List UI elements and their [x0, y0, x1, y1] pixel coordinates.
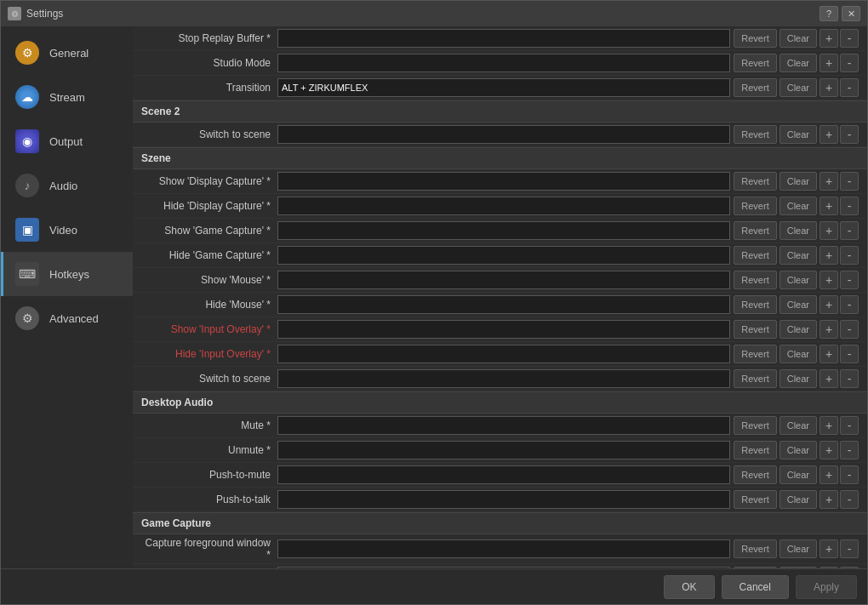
hotkey-input[interactable]	[277, 369, 730, 388]
remove-hotkey-button[interactable]: -	[840, 465, 859, 484]
add-hotkey-button[interactable]: +	[819, 320, 838, 339]
hotkey-input[interactable]	[277, 416, 730, 435]
remove-hotkey-button[interactable]: -	[840, 29, 859, 48]
revert-button[interactable]: Revert	[734, 345, 776, 363]
remove-hotkey-button[interactable]: -	[840, 197, 859, 215]
add-hotkey-button[interactable]: +	[819, 345, 838, 363]
revert-button[interactable]: Revert	[734, 54, 776, 72]
remove-hotkey-button[interactable]: -	[840, 441, 859, 459]
hotkey-input[interactable]	[277, 320, 730, 339]
add-hotkey-button[interactable]: +	[819, 416, 838, 435]
clear-button[interactable]: Clear	[779, 54, 817, 72]
remove-hotkey-button[interactable]: -	[840, 78, 859, 97]
clear-button[interactable]: Clear	[779, 197, 817, 215]
revert-button[interactable]: Revert	[734, 295, 776, 314]
add-hotkey-button[interactable]: +	[819, 246, 838, 265]
remove-hotkey-button[interactable]: -	[840, 125, 859, 144]
clear-button[interactable]: Clear	[779, 125, 817, 144]
hotkey-input[interactable]	[277, 29, 730, 48]
clear-button[interactable]: Clear	[779, 78, 817, 97]
hotkey-input[interactable]	[277, 295, 730, 314]
hotkeys-scroll-area[interactable]: Stop Replay Buffer * Revert Clear + - St…	[133, 26, 867, 568]
add-hotkey-button[interactable]: +	[819, 78, 838, 97]
revert-button[interactable]: Revert	[734, 78, 776, 97]
add-hotkey-button[interactable]: +	[819, 29, 838, 48]
cancel-button[interactable]: Cancel	[722, 575, 789, 599]
revert-button[interactable]: Revert	[734, 369, 776, 388]
revert-button[interactable]: Revert	[734, 197, 776, 215]
hotkey-input[interactable]	[277, 197, 730, 215]
remove-hotkey-button[interactable]: -	[840, 246, 859, 265]
hotkey-input[interactable]	[277, 221, 730, 240]
clear-button[interactable]: Clear	[779, 490, 817, 509]
remove-hotkey-button[interactable]: -	[840, 539, 859, 558]
remove-hotkey-button[interactable]: -	[840, 369, 859, 388]
clear-button[interactable]: Clear	[779, 295, 817, 314]
remove-hotkey-button[interactable]: -	[840, 295, 859, 314]
revert-button[interactable]: Revert	[734, 539, 776, 558]
add-hotkey-button[interactable]: +	[819, 54, 838, 72]
clear-button[interactable]: Clear	[779, 539, 817, 558]
hotkey-input[interactable]	[277, 54, 730, 72]
hotkey-input[interactable]	[277, 345, 730, 363]
clear-button[interactable]: Clear	[779, 271, 817, 289]
revert-button[interactable]: Revert	[734, 271, 776, 289]
remove-hotkey-button[interactable]: -	[840, 221, 859, 240]
hotkey-input[interactable]	[277, 441, 730, 459]
revert-button[interactable]: Revert	[734, 125, 776, 144]
revert-button[interactable]: Revert	[734, 246, 776, 265]
remove-hotkey-button[interactable]: -	[840, 54, 859, 72]
sidebar-item-video[interactable]: ▣Video	[1, 208, 133, 252]
remove-hotkey-button[interactable]: -	[840, 345, 859, 363]
clear-button[interactable]: Clear	[779, 221, 817, 240]
hotkey-input[interactable]	[277, 125, 730, 144]
revert-button[interactable]: Revert	[734, 490, 776, 509]
clear-button[interactable]: Clear	[779, 320, 817, 339]
close-button[interactable]: ✕	[842, 6, 860, 21]
sidebar-item-stream[interactable]: ☁Stream	[1, 75, 133, 119]
revert-button[interactable]: Revert	[734, 441, 776, 459]
revert-button[interactable]: Revert	[734, 320, 776, 339]
add-hotkey-button[interactable]: +	[819, 125, 838, 144]
apply-button[interactable]: Apply	[796, 575, 857, 599]
add-hotkey-button[interactable]: +	[819, 197, 838, 215]
sidebar-item-general[interactable]: ⚙General	[1, 31, 133, 75]
hotkey-input[interactable]	[277, 78, 730, 97]
add-hotkey-button[interactable]: +	[819, 295, 838, 314]
add-hotkey-button[interactable]: +	[819, 490, 838, 509]
ok-button[interactable]: OK	[664, 575, 714, 599]
revert-button[interactable]: Revert	[734, 29, 776, 48]
add-hotkey-button[interactable]: +	[819, 172, 838, 191]
sidebar-item-audio[interactable]: ♪Audio	[1, 163, 133, 208]
hotkey-input[interactable]	[277, 490, 730, 509]
clear-button[interactable]: Clear	[779, 345, 817, 363]
add-hotkey-button[interactable]: +	[819, 369, 838, 388]
revert-button[interactable]: Revert	[734, 221, 776, 240]
clear-button[interactable]: Clear	[779, 246, 817, 265]
remove-hotkey-button[interactable]: -	[840, 271, 859, 289]
hotkey-input[interactable]	[277, 246, 730, 265]
revert-button[interactable]: Revert	[734, 416, 776, 435]
clear-button[interactable]: Clear	[779, 441, 817, 459]
remove-hotkey-button[interactable]: -	[840, 490, 859, 509]
add-hotkey-button[interactable]: +	[819, 539, 838, 558]
add-hotkey-button[interactable]: +	[819, 221, 838, 240]
add-hotkey-button[interactable]: +	[819, 465, 838, 484]
clear-button[interactable]: Clear	[779, 369, 817, 388]
help-button[interactable]: ?	[819, 6, 838, 21]
clear-button[interactable]: Clear	[779, 465, 817, 484]
hotkey-input[interactable]	[277, 539, 730, 558]
add-hotkey-button[interactable]: +	[819, 441, 838, 459]
remove-hotkey-button[interactable]: -	[840, 320, 859, 339]
revert-button[interactable]: Revert	[734, 465, 776, 484]
remove-hotkey-button[interactable]: -	[840, 172, 859, 191]
hotkey-input[interactable]	[277, 271, 730, 289]
sidebar-item-hotkeys[interactable]: ⌨Hotkeys	[1, 252, 133, 296]
revert-button[interactable]: Revert	[734, 172, 776, 191]
clear-button[interactable]: Clear	[779, 172, 817, 191]
add-hotkey-button[interactable]: +	[819, 271, 838, 289]
hotkey-input[interactable]	[277, 172, 730, 191]
sidebar-item-advanced[interactable]: ⚙Advanced	[1, 296, 133, 340]
clear-button[interactable]: Clear	[779, 29, 817, 48]
remove-hotkey-button[interactable]: -	[840, 416, 859, 435]
